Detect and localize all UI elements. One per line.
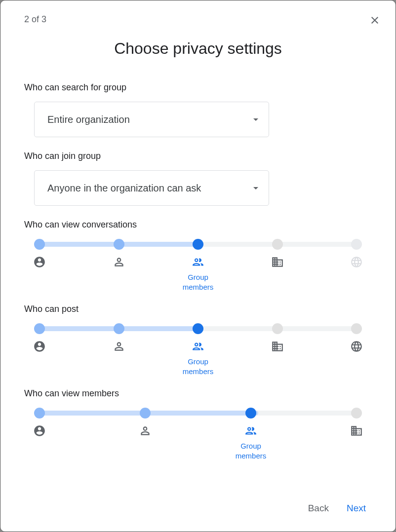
slider-stop[interactable] [114,323,124,334]
group-members-icon [244,424,257,437]
slider-stop[interactable] [114,239,124,250]
slider-option-label: Group members [173,272,223,293]
slider-option [351,256,362,268]
view-members-section: Who can view members Group members [24,388,372,437]
search-dropdown-value: Entire organization [47,114,130,125]
globe-icon [350,256,363,268]
group-members-icon [192,340,204,353]
join-dropdown[interactable]: Anyone in the organization can ask [34,170,269,206]
owner-icon [33,256,46,268]
view-conversations-slider[interactable]: Group members [34,239,362,268]
slider-option [34,340,45,353]
organization-icon [271,340,284,353]
slider-stop[interactable] [193,323,203,334]
owner-icon [33,340,46,353]
organization-icon [350,424,363,437]
dialog-footer: Back Next [308,503,366,514]
group-members-icon [192,256,204,268]
search-dropdown[interactable]: Entire organization [34,102,269,137]
slider-labels: Group members [34,424,362,437]
slider-track [34,408,362,418]
organization-icon [271,256,284,268]
slider-stop[interactable] [272,323,283,334]
slider-stop[interactable] [34,408,45,418]
manager-icon [139,424,152,437]
view-members-title: Who can view members [24,388,372,399]
slider-option [34,256,45,268]
close-button[interactable] [369,14,381,26]
slider-track [34,323,362,334]
slider-option-label: Group members [173,357,223,377]
view-conversations-section: Who can view conversations Group members [24,220,372,268]
slider-option [272,256,283,268]
slider-stop[interactable] [245,408,256,418]
slider-option: Group members [193,340,203,353]
slider-labels: Group members [34,340,362,353]
slider-track [34,239,362,250]
manager-icon [113,256,125,268]
globe-icon [350,340,363,353]
post-section: Who can post Group members [24,304,372,353]
search-section: Who can search for group Entire organiza… [24,82,372,137]
slider-stop[interactable] [34,323,45,334]
slider-stop [351,239,362,250]
slider-option [351,340,362,353]
slider-option [114,340,124,353]
view-members-slider[interactable]: Group members [34,408,362,437]
slider-option: Group members [193,256,203,268]
slider-option [34,424,45,437]
slider-option-label: Group members [226,441,276,461]
step-indicator: 2 of 3 [24,14,372,25]
owner-icon [33,424,46,437]
slider-labels: Group members [34,256,362,268]
slider-option [272,340,283,353]
slider-option: Group members [245,424,256,437]
slider-stop[interactable] [351,323,362,334]
slider-stop[interactable] [351,408,362,418]
close-icon [369,19,381,28]
slider-stop[interactable] [272,239,283,250]
chevron-down-icon [253,115,259,124]
back-button[interactable]: Back [308,503,329,514]
slider-stop[interactable] [34,239,45,250]
manager-icon [113,340,125,353]
join-section: Who can join group Anyone in the organiz… [24,151,372,206]
join-section-title: Who can join group [24,151,372,161]
privacy-settings-dialog: 2 of 3 Choose privacy settings Who can s… [0,0,396,532]
slider-stop[interactable] [193,239,203,250]
page-title: Choose privacy settings [24,39,372,58]
chevron-down-icon [253,184,259,192]
slider-stop[interactable] [140,408,151,418]
search-section-title: Who can search for group [24,82,372,93]
next-button[interactable]: Next [347,503,366,514]
slider-option [351,424,362,437]
post-title: Who can post [24,304,372,314]
slider-option [140,424,151,437]
join-dropdown-value: Anyone in the organization can ask [47,183,201,194]
view-conversations-title: Who can view conversations [24,220,372,230]
post-slider[interactable]: Group members [34,323,362,353]
slider-option [114,256,124,268]
